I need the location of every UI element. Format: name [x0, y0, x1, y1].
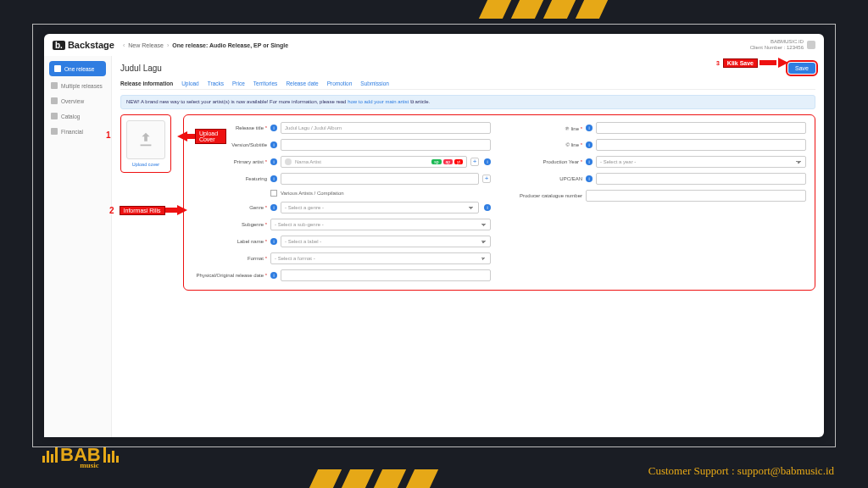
label-select[interactable]: - Select a label -	[281, 236, 491, 247]
app-logo-text: Backstage	[68, 40, 114, 50]
info-icon[interactable]: i	[270, 175, 277, 182]
label-featuring: Featuring	[192, 176, 267, 181]
equalizer-icon	[103, 447, 119, 463]
sidebar-item-label: Multiple releases	[61, 83, 103, 89]
artist-name: Nama Artist	[295, 159, 321, 164]
upload-cover-box[interactable]: 1 Upload cover Upload Cover	[120, 114, 171, 173]
tab-release-date[interactable]: Release date	[286, 80, 318, 86]
sidebar-item-one-release[interactable]: One release	[49, 61, 106, 76]
cline-input[interactable]	[596, 139, 806, 151]
catalogue-number-input[interactable]	[586, 190, 806, 202]
chevron-right-icon: ›	[167, 42, 169, 48]
production-year-select[interactable]: - Select a year -	[596, 156, 806, 168]
release-title-input[interactable]	[281, 122, 491, 134]
user-block[interactable]: BABMUSIC.ID Client Number : 123456	[750, 39, 815, 51]
tab-upload[interactable]: Upload	[181, 80, 199, 86]
info-icon[interactable]: i	[270, 204, 277, 211]
logo-sub-text: music	[80, 463, 99, 469]
version-input[interactable]	[281, 139, 491, 151]
sidebar-item-catalog[interactable]: Catalog	[44, 108, 111, 124]
form-left-column: Release title * i Version/Subtitle i Pri…	[192, 122, 491, 281]
page-title: Judul Lagu	[120, 64, 162, 73]
dollar-icon	[51, 128, 58, 135]
info-icon[interactable]: i	[484, 158, 491, 165]
info-icon[interactable]: i	[270, 158, 277, 165]
tab-release-information[interactable]: Release information	[120, 80, 173, 86]
app-window: b.Backstage ‹ New Release › One release:…	[44, 34, 824, 437]
user-client-number: Client Number : 123456	[750, 45, 804, 51]
label-catalogue-number: Producer catalogue number	[508, 193, 582, 198]
label-release-title: Release title *	[192, 125, 267, 130]
sidebar-item-label: Overview	[61, 98, 84, 104]
breadcrumb-current: One release: Audio Release, EP or Single	[172, 42, 288, 48]
book-icon	[51, 113, 58, 119]
sidebar-item-multiple[interactable]: Multiple releases	[44, 78, 111, 93]
info-icon[interactable]: i	[270, 125, 277, 131]
app-header: b.Backstage ‹ New Release › One release:…	[44, 34, 824, 56]
info-icon[interactable]: i	[270, 238, 277, 245]
label-format: Format *	[192, 256, 267, 261]
breadcrumb: ‹ New Release › One release: Audio Relea…	[123, 42, 288, 48]
label-pline: ℗ line *	[508, 125, 582, 131]
annotation-label: Klik Save	[723, 58, 758, 68]
label-genre: Genre *	[192, 205, 267, 210]
annotation-3: 3 Klik Save	[716, 58, 788, 68]
tab-territories[interactable]: Territories	[253, 80, 278, 86]
upc-input[interactable]	[596, 173, 806, 185]
label-label-name: Label name *	[192, 239, 267, 244]
decor-stripes-bottom	[314, 469, 434, 488]
label-physical-date: Physical/Original release date *	[192, 273, 267, 278]
sidebar: One release Multiple releases Overview C…	[44, 56, 112, 437]
sidebar-item-label: Catalog	[61, 114, 80, 119]
chevron-left-icon[interactable]: ‹	[123, 42, 125, 48]
tab-tracks[interactable]: Tracks	[208, 80, 224, 86]
physical-date-input[interactable]	[281, 269, 491, 281]
banner-suffix: ⧉ article.	[410, 99, 430, 104]
spotify-badge-icon: sp	[431, 159, 441, 164]
genre-select[interactable]: - Select a genre -	[281, 202, 479, 214]
label-subgenre: Subgenre *	[192, 222, 267, 227]
main-panel: Judul Lagu Save 3 Klik Save Release info…	[112, 56, 824, 437]
tab-submission[interactable]: Submission	[360, 80, 389, 86]
annotation-number: 2	[109, 206, 114, 215]
various-artists-checkbox[interactable]	[270, 190, 277, 197]
arrow-right-icon	[177, 205, 187, 215]
info-icon[interactable]: i	[270, 272, 277, 279]
info-icon[interactable]: i	[484, 204, 491, 211]
banner-link[interactable]: how to add your main artist	[348, 99, 409, 104]
subgenre-select[interactable]: - Select a sub-genre -	[270, 219, 491, 230]
annotation-label: Informasi Rilis	[120, 206, 165, 215]
featuring-input[interactable]	[281, 173, 479, 185]
add-artist-button[interactable]: +	[470, 158, 479, 166]
info-icon[interactable]: i	[586, 175, 593, 182]
sidebar-item-financial[interactable]: Financial	[44, 124, 111, 139]
bab-music-logo: BAB music	[42, 447, 119, 463]
sidebar-item-overview[interactable]: Overview	[44, 93, 111, 108]
user-name: BABMUSIC.ID	[750, 39, 804, 45]
info-icon[interactable]: i	[586, 141, 593, 148]
cover-placeholder[interactable]	[126, 120, 165, 159]
primary-artist-field[interactable]: Nama Artist sp ap yt	[281, 156, 467, 168]
youtube-badge-icon: yt	[454, 159, 463, 164]
label-production-year: Production Year *	[508, 159, 582, 164]
tab-price[interactable]: Price	[232, 80, 245, 86]
grid-icon	[51, 97, 58, 104]
info-banner: NEW! A brand new way to select your arti…	[120, 95, 815, 109]
info-icon[interactable]: i	[270, 141, 277, 148]
plus-icon	[54, 65, 61, 72]
info-icon[interactable]: i	[586, 125, 593, 131]
format-select[interactable]: - Select a format -	[270, 252, 491, 264]
pline-input[interactable]	[596, 122, 806, 134]
add-featuring-button[interactable]: +	[482, 175, 491, 183]
app-logo[interactable]: b.Backstage	[53, 40, 114, 50]
stack-icon	[51, 82, 58, 89]
breadcrumb-new-release[interactable]: New Release	[128, 42, 164, 48]
tab-promotion[interactable]: Promotion	[327, 80, 353, 86]
info-icon[interactable]: i	[586, 158, 593, 165]
annotation-2: 2 Informasi Rilis	[109, 205, 187, 215]
various-artists-label: Various Artists / Compilation	[281, 191, 344, 196]
equalizer-icon	[42, 447, 58, 463]
sidebar-item-label: Financial	[61, 129, 83, 135]
save-button[interactable]: Save	[788, 63, 815, 74]
tabs: Release information Upload Tracks Price …	[120, 80, 815, 90]
